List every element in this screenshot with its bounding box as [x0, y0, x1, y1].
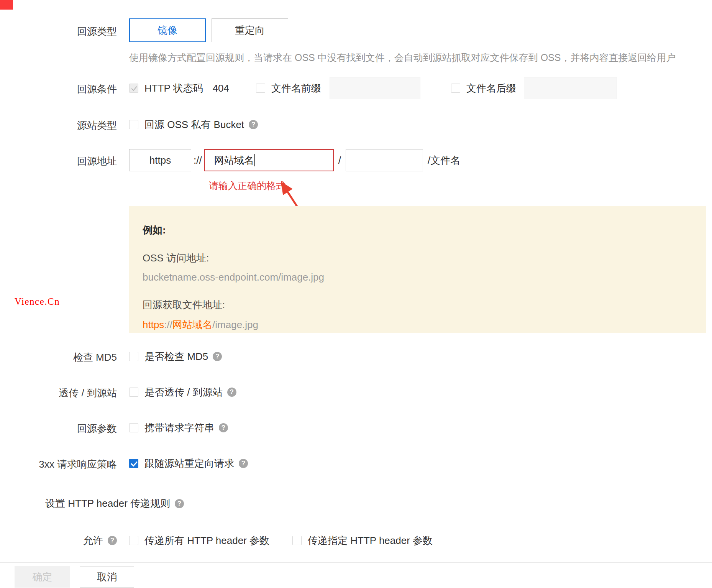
allow-label-group: 允许 ?	[0, 531, 117, 550]
http-status-label: HTTP 状态码	[144, 82, 203, 95]
url-separator: ://	[164, 319, 172, 330]
redirect-3xx-label: 3xx 请求响应策略	[0, 458, 117, 471]
protocol-separator: ://	[194, 154, 202, 166]
check-md5-checkbox[interactable]	[129, 352, 138, 361]
check-md5-help-icon[interactable]: ?	[213, 352, 222, 361]
mirror-type-button[interactable]: 镜像	[129, 18, 206, 42]
origin-params-row: 携带请求字符串 ?	[129, 418, 228, 437]
private-bucket-help-icon[interactable]: ?	[249, 120, 258, 129]
filename-prefix-label: 文件名前缀	[271, 82, 321, 95]
query-string-checkbox[interactable]	[129, 423, 138, 432]
query-string-help-icon[interactable]: ?	[219, 423, 228, 432]
url-domain: 网站域名	[172, 319, 212, 330]
follow-redirect-help-icon[interactable]: ?	[239, 459, 248, 468]
back-to-origin-rule-form: 回源类型 镜像 重定向 使用镜像方式配置回源规则，当请求在 OSS 中没有找到文…	[0, 0, 712, 588]
allow-label: 允许	[83, 534, 103, 547]
origin-address-label: 回源地址	[0, 154, 117, 168]
origin-site-type-label: 源站类型	[0, 119, 117, 132]
oss-address-url: bucketname.oss-endpoint.com/image.jpg	[143, 271, 693, 283]
origin-type-label: 回源类型	[0, 25, 117, 38]
origin-condition-row: HTTP 状态码 404 文件名前缀 文件名后缀	[129, 77, 617, 99]
query-string-option-label: 携带请求字符串	[144, 421, 214, 435]
allow-help-icon[interactable]: ?	[108, 536, 117, 545]
filename-suffix-input[interactable]	[524, 77, 617, 99]
filename-suffix-text: /文件名	[428, 154, 460, 167]
passthrough-option-label: 是否透传 / 到源站	[144, 386, 223, 399]
domain-input[interactable]: 网站域名	[204, 149, 334, 171]
passthrough-label: 透传 / 到源站	[0, 386, 117, 400]
check-md5-option-label: 是否检查 MD5	[144, 350, 208, 363]
pass-all-headers-label: 传递所有 HTTP header 参数	[144, 534, 269, 547]
url-path: /image.jpg	[212, 319, 258, 330]
protocol-select[interactable]: https	[129, 149, 191, 171]
passthrough-help-icon[interactable]: ?	[227, 388, 236, 397]
oss-address-label: OSS 访问地址:	[143, 251, 693, 265]
follow-redirect-option-label: 跟随源站重定向请求	[144, 457, 234, 470]
filename-suffix-label: 文件名后缀	[466, 82, 516, 95]
confirm-button[interactable]: 确定	[15, 566, 70, 588]
cancel-button[interactable]: 取消	[80, 566, 134, 588]
http-header-section-help-icon[interactable]: ?	[175, 499, 184, 508]
pass-all-headers-checkbox[interactable]	[129, 536, 138, 545]
origin-fetch-label: 回源获取文件地址:	[143, 298, 693, 312]
watermark-text: Vience.Cn	[15, 296, 60, 307]
http-header-section-title: 设置 HTTP header 传递规则	[45, 497, 170, 510]
footer-divider	[0, 562, 712, 563]
path-input[interactable]	[346, 149, 423, 171]
domain-input-value: 网站域名	[214, 154, 254, 167]
private-bucket-label: 回源 OSS 私有 Bucket	[144, 118, 244, 131]
pass-specified-headers-checkbox[interactable]	[292, 536, 302, 545]
http-status-checkbox	[129, 84, 138, 93]
origin-params-label: 回源参数	[0, 422, 117, 435]
origin-fetch-url: https://网站域名/image.jpg	[143, 318, 693, 332]
filename-prefix-checkbox[interactable]	[256, 84, 265, 93]
allow-options-row: 传递所有 HTTP header 参数 传递指定 HTTP header 参数	[129, 531, 433, 550]
check-md5-row: 是否检查 MD5 ?	[129, 347, 222, 366]
passthrough-row: 是否透传 / 到源站 ?	[129, 383, 236, 402]
origin-type-row: 镜像 重定向	[129, 18, 288, 42]
passthrough-checkbox[interactable]	[129, 388, 138, 397]
follow-redirect-checkbox[interactable]	[129, 459, 138, 468]
filename-prefix-input[interactable]	[330, 77, 420, 99]
origin-address-row: https :// 网站域名 / /文件名	[129, 149, 460, 171]
text-cursor	[254, 154, 255, 166]
redirect-type-button[interactable]: 重定向	[212, 18, 288, 42]
example-note-box: 例如: OSS 访问地址: bucketname.oss-endpoint.co…	[129, 206, 706, 333]
path-separator: /	[338, 154, 341, 166]
private-bucket-checkbox[interactable]	[129, 120, 138, 129]
check-md5-label: 检查 MD5	[0, 351, 117, 364]
http-status-code: 404	[213, 82, 229, 94]
http-header-section-header: 设置 HTTP header 传递规则 ?	[45, 497, 184, 510]
pass-specified-headers-label: 传递指定 HTTP header 参数	[308, 534, 433, 547]
example-title: 例如:	[143, 223, 693, 237]
origin-condition-label: 回源条件	[0, 82, 117, 96]
corner-red-mark	[0, 0, 13, 10]
url-protocol: https	[143, 319, 164, 330]
origin-site-type-row: 回源 OSS 私有 Bucket ?	[129, 115, 258, 134]
format-error-message: 请输入正确的格式	[209, 179, 285, 192]
redirect-3xx-row: 跟随源站重定向请求 ?	[129, 454, 248, 473]
filename-suffix-checkbox[interactable]	[451, 84, 460, 93]
mirror-mode-description: 使用镜像方式配置回源规则，当请求在 OSS 中没有找到文件，会自动到源站抓取对应…	[129, 51, 676, 64]
